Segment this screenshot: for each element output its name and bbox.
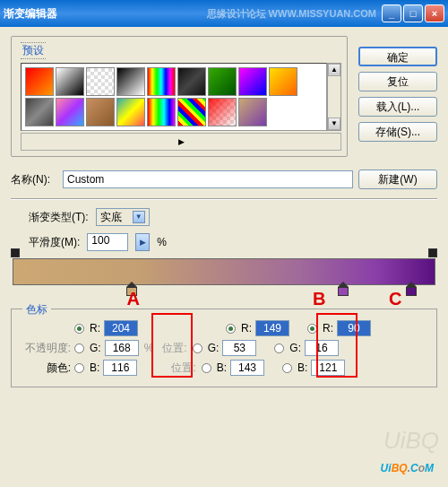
- b-label: B:: [297, 361, 307, 374]
- presets-label: 预设: [21, 42, 46, 59]
- annotation-a: A: [126, 289, 139, 309]
- maximize-button[interactable]: □: [403, 4, 423, 22]
- divider: [11, 198, 437, 199]
- minimize-button[interactable]: _: [382, 4, 401, 22]
- radio-r-b[interactable]: [226, 324, 236, 334]
- annotation-box-a: [151, 313, 193, 378]
- b-label: B:: [217, 361, 227, 374]
- window-title: 渐变编辑器: [4, 6, 57, 22]
- b-a-input[interactable]: 116: [103, 360, 137, 376]
- close-button[interactable]: ×: [425, 4, 444, 22]
- load-button[interactable]: 载入(L)...: [358, 97, 437, 117]
- preset-swatch[interactable]: [238, 98, 267, 126]
- gradient-type-select[interactable]: 实底 ▼: [96, 208, 150, 226]
- ok-button[interactable]: 确定: [358, 47, 437, 66]
- color-stop-b[interactable]: [338, 286, 349, 297]
- preset-swatch[interactable]: [147, 98, 176, 126]
- preset-swatch[interactable]: [25, 98, 54, 126]
- r-label: R:: [90, 322, 100, 335]
- preset-swatch[interactable]: [208, 98, 237, 126]
- r-b-input[interactable]: 149: [255, 320, 289, 336]
- preset-swatch[interactable]: [177, 67, 206, 96]
- gradient-type-label: 渐变类型(T):: [29, 210, 89, 225]
- window-buttons: _ □ ×: [382, 4, 444, 22]
- smoothness-label: 平滑度(M):: [29, 235, 80, 250]
- chevron-down-icon: ▼: [133, 211, 145, 223]
- reset-button[interactable]: 复位: [358, 72, 437, 91]
- radio-b-c[interactable]: [282, 363, 292, 373]
- radio-g-b[interactable]: [193, 344, 202, 353]
- save-button[interactable]: 存储(S)...: [358, 122, 437, 142]
- color-label: 颜色:: [21, 361, 71, 376]
- radio-b-b[interactable]: [202, 363, 211, 373]
- g-label: G:: [289, 342, 301, 354]
- opacity-stop-left[interactable]: [11, 248, 20, 257]
- watermark-bottom: UiBQ.CoM: [381, 457, 434, 476]
- radio-g-c[interactable]: [274, 344, 284, 353]
- name-input[interactable]: [63, 170, 353, 188]
- preset-swatch[interactable]: [56, 67, 84, 96]
- r-a-input[interactable]: 204: [104, 320, 138, 336]
- dialog-body: 预设: [0, 27, 448, 487]
- presets-scrollbar[interactable]: ▲ ▼: [327, 63, 341, 131]
- preset-swatch[interactable]: [86, 98, 115, 126]
- b-label: B:: [90, 361, 99, 374]
- stops-title: 色标: [22, 302, 51, 317]
- gradient-editor[interactable]: A B C: [13, 258, 435, 285]
- watermark-top: 思缘设计论坛 WWW.MISSYUAN.COM: [207, 7, 376, 21]
- preset-swatch[interactable]: [86, 67, 115, 96]
- color-stop-c[interactable]: [406, 286, 417, 297]
- new-button[interactable]: 新建(W): [358, 170, 437, 189]
- r-label: R:: [241, 322, 252, 335]
- stops-group: 色标 R: 204 R: 149 R: 90 不透明度: G: 168 % 位置…: [11, 309, 437, 387]
- preset-swatch[interactable]: [56, 98, 84, 126]
- annotation-b: B: [313, 289, 325, 309]
- g-label: G:: [208, 342, 220, 354]
- name-label: 名称(N):: [11, 172, 57, 187]
- presets-menu-button[interactable]: ▶: [21, 133, 341, 151]
- preset-swatch[interactable]: [116, 67, 145, 96]
- radio-b-a[interactable]: [74, 363, 84, 373]
- g-a-input[interactable]: 168: [105, 340, 139, 356]
- gradient-bar[interactable]: [13, 258, 435, 285]
- preset-swatch[interactable]: [238, 67, 267, 96]
- gradient-type-value: 实底: [100, 210, 122, 225]
- scroll-down-icon[interactable]: ▼: [328, 117, 340, 130]
- title-bar: 渐变编辑器 思缘设计论坛 WWW.MISSYUAN.COM _ □ ×: [0, 0, 448, 27]
- percent-label: %: [157, 236, 167, 248]
- preset-swatch[interactable]: [269, 67, 297, 96]
- g-label: G:: [90, 342, 101, 354]
- preset-swatch[interactable]: [177, 98, 206, 126]
- preset-swatch[interactable]: [208, 67, 237, 96]
- preset-swatch[interactable]: [116, 98, 145, 126]
- b-b-input[interactable]: 143: [230, 360, 264, 376]
- annotation-box-b: [316, 313, 358, 378]
- scroll-up-icon[interactable]: ▲: [328, 64, 340, 76]
- opacity-stop-right[interactable]: [428, 248, 437, 257]
- opacity-label: 不透明度:: [21, 341, 71, 356]
- radio-r-a[interactable]: [74, 324, 84, 334]
- smoothness-input[interactable]: 100: [87, 233, 128, 251]
- smoothness-spinner[interactable]: ▶: [135, 233, 150, 251]
- annotation-c: C: [389, 289, 401, 309]
- presets-grid: [21, 63, 327, 131]
- right-buttons: 确定 复位 载入(L)... 存储(S)...: [358, 47, 437, 157]
- preset-swatch[interactable]: [147, 67, 176, 96]
- preset-swatch[interactable]: [25, 67, 54, 96]
- radio-g-a[interactable]: [74, 344, 84, 353]
- presets-group: 预设: [11, 36, 348, 157]
- watermark-faint: UiBQ: [383, 427, 439, 455]
- g-b-input[interactable]: 53: [222, 340, 256, 356]
